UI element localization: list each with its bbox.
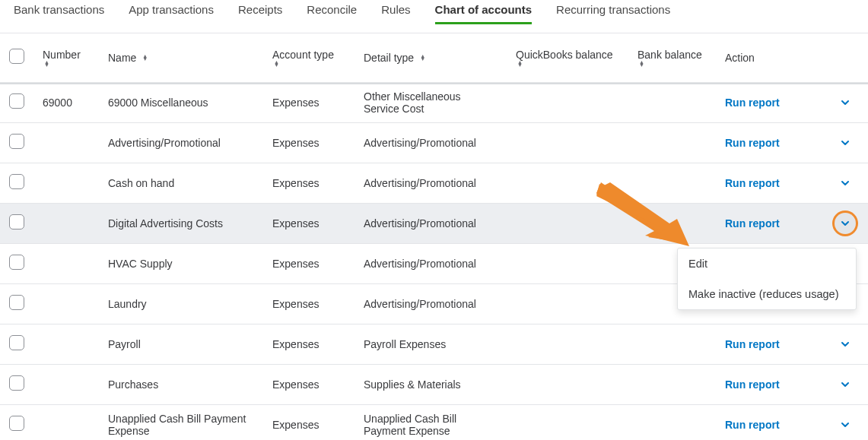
row-checkbox-cell: [0, 283, 33, 324]
row-type: Expenses: [263, 404, 355, 440]
tab-rules[interactable]: Rules: [381, 0, 410, 24]
table-row: Digital Advertising CostsExpensesAdverti…: [0, 203, 868, 243]
header-detail-label: Detail type: [364, 52, 414, 64]
row-bank-balance: [628, 203, 716, 243]
row-type: Expenses: [263, 243, 355, 283]
row-checkbox-cell: [0, 163, 33, 203]
row-bank-balance: [628, 324, 716, 364]
row-action-dropdown-button[interactable]: [835, 92, 856, 113]
row-bank-balance: [628, 82, 716, 122]
run-report-link[interactable]: Run report: [725, 338, 780, 350]
row-qb-balance: [507, 203, 628, 243]
table-row: Advertising/PromotionalExpensesAdvertisi…: [0, 122, 868, 163]
sort-icon: [44, 61, 49, 67]
header-bank-label: Bank balance: [637, 49, 702, 61]
run-report-link[interactable]: Run report: [725, 137, 780, 149]
row-action-dropdown-button[interactable]: [835, 334, 856, 355]
tab-bank-transactions[interactable]: Bank transactions: [14, 0, 104, 24]
sort-icon: [274, 61, 279, 67]
row-bank-balance: [628, 404, 716, 440]
row-action-cell: Run report: [716, 364, 868, 404]
header-action: Action: [716, 33, 868, 82]
row-checkbox[interactable]: [9, 295, 24, 310]
row-action-cell: Run report: [716, 324, 868, 364]
row-detail: Advertising/Promotional: [355, 243, 507, 283]
sort-icon: [142, 55, 148, 61]
row-checkbox[interactable]: [9, 255, 24, 270]
row-qb-balance: [507, 163, 628, 203]
row-checkbox[interactable]: [9, 93, 24, 109]
row-checkbox-cell: [0, 82, 33, 122]
header-type-label: Account type: [272, 49, 334, 61]
row-action-dropdown-button[interactable]: [835, 374, 856, 395]
header-number[interactable]: Number: [33, 33, 99, 82]
sort-icon: [420, 55, 425, 61]
row-number: [33, 283, 99, 324]
table-row: PurchasesExpensesSupplies & MaterialsRun…: [0, 364, 868, 404]
row-bank-balance: [628, 364, 716, 404]
header-qb-balance[interactable]: QuickBooks balance: [507, 33, 628, 82]
header-name[interactable]: Name: [99, 33, 263, 82]
sort-icon: [517, 61, 523, 67]
row-qb-balance: [507, 404, 628, 440]
row-number: [33, 404, 99, 440]
row-action-dropdown-button[interactable]: [835, 213, 856, 234]
row-action-dropdown-button[interactable]: [835, 132, 856, 154]
row-action-cell: Run report: [716, 122, 868, 163]
run-report-link[interactable]: Run report: [725, 419, 780, 431]
row-checkbox-cell: [0, 324, 33, 364]
run-report-link[interactable]: Run report: [725, 217, 780, 229]
row-checkbox-cell: [0, 404, 33, 440]
tab-receipts[interactable]: Receipts: [238, 0, 282, 24]
header-qb-label: QuickBooks balance: [516, 49, 613, 61]
row-detail: Unapplied Cash Bill Payment Expense: [355, 404, 507, 440]
row-qb-balance: [507, 243, 628, 283]
row-checkbox[interactable]: [9, 335, 24, 350]
row-detail: Supplies & Materials: [355, 364, 507, 404]
tab-chart-of-accounts[interactable]: Chart of accounts: [435, 0, 533, 24]
row-number: [33, 324, 99, 364]
row-action-cell: Run report: [716, 82, 868, 122]
header-action-label: Action: [725, 52, 755, 64]
row-qb-balance: [507, 82, 628, 122]
select-all-checkbox[interactable]: [9, 49, 24, 64]
row-name: Digital Advertising Costs: [99, 203, 263, 243]
row-checkbox[interactable]: [9, 416, 24, 431]
row-name: Cash on hand: [99, 163, 263, 203]
row-checkbox[interactable]: [9, 134, 24, 149]
table-row: 6900069000 MiscellaneousExpensesOther Mi…: [0, 82, 868, 122]
row-name: Payroll: [99, 324, 263, 364]
sort-icon: [639, 61, 644, 67]
header-detail-type[interactable]: Detail type: [355, 33, 507, 82]
row-type: Expenses: [263, 82, 355, 122]
header-account-type[interactable]: Account type: [263, 33, 355, 82]
header-bank-balance[interactable]: Bank balance: [628, 33, 716, 82]
tab-recurring-transactions[interactable]: Recurring transactions: [556, 0, 670, 24]
row-type: Expenses: [263, 122, 355, 163]
row-action-dropdown-button[interactable]: [835, 414, 856, 435]
run-report-link[interactable]: Run report: [725, 97, 780, 109]
row-checkbox[interactable]: [9, 174, 24, 189]
tab-reconcile[interactable]: Reconcile: [307, 0, 357, 24]
row-detail: Other Miscellaneous Service Cost: [355, 82, 507, 122]
menu-item-edit[interactable]: Edit: [678, 248, 856, 279]
row-checkbox[interactable]: [9, 375, 24, 391]
row-name: Unapplied Cash Bill Payment Expense: [99, 404, 263, 440]
row-detail: Advertising/Promotional: [355, 283, 507, 324]
row-action-dropdown-button[interactable]: [835, 173, 856, 194]
tab-bar: Bank transactionsApp transactionsReceipt…: [0, 0, 868, 33]
row-type: Expenses: [263, 324, 355, 364]
row-name: Laundry: [99, 283, 263, 324]
row-number: [33, 243, 99, 283]
row-number: [33, 163, 99, 203]
tab-app-transactions[interactable]: App transactions: [129, 0, 214, 24]
row-checkbox-cell: [0, 203, 33, 243]
row-action-menu: Edit Make inactive (reduces usage): [677, 248, 857, 310]
menu-item-make-inactive[interactable]: Make inactive (reduces usage): [678, 279, 856, 309]
table-row: Cash on handExpensesAdvertising/Promotio…: [0, 163, 868, 203]
row-name: HVAC Supply: [99, 243, 263, 283]
run-report-link[interactable]: Run report: [725, 177, 780, 189]
row-checkbox[interactable]: [9, 214, 24, 229]
run-report-link[interactable]: Run report: [725, 378, 780, 391]
row-action-cell: Run report: [716, 203, 868, 243]
